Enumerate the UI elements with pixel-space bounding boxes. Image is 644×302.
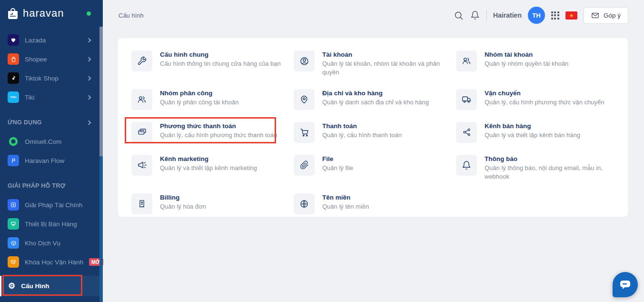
settings-item-description: Quản lý phân công tài khoản [160, 98, 239, 107]
settings-item-title: Thanh toán [322, 122, 402, 130]
section-label: ỨNG DỤNG [8, 119, 42, 126]
sidebar-nav: Lazada Shopee Tiktok Shop TIKI Tiki ỨNG … [0, 27, 103, 272]
feedback-button-label: Góp ý [604, 12, 621, 19]
payment-cards-icon [131, 122, 152, 143]
sidebar-item-kho-dich-vu[interactable]: Kho Dịch Vụ [0, 233, 103, 252]
settings-item-thanh-toan[interactable]: Thanh toánQuản lý, cấu hình thanh toán [294, 122, 452, 143]
settings-item-cau-hinh-chung[interactable]: Cấu hình chungCấu hình thông tin chung c… [131, 50, 290, 77]
sidebar-item-label: Tiki [25, 94, 35, 101]
sidebar-item-label: Haravan Flow [25, 157, 64, 164]
settings-item-description: Quản lý, cấu hình phương thức thanh toán [160, 131, 277, 140]
sidebar-section-support: GIẢI PHÁP HỖ TRỢ [0, 176, 103, 195]
users-icon [456, 50, 477, 71]
sidebar-item-label: Thiết Bị Bán Hàng [25, 221, 77, 228]
truck-icon [456, 89, 477, 110]
sidebar-item-khoa-hoc-van-hanh[interactable]: Khóa Học Vận Hành MỚI [0, 252, 103, 272]
sidebar-item-label: Omisell.Com [25, 138, 61, 145]
breadcrumb: Cấu hình [119, 12, 144, 19]
course-icon [8, 256, 19, 268]
receipt-icon [131, 193, 152, 214]
settings-item-description: Quản lý thông báo, nội dung email, mẫu i… [485, 164, 614, 181]
settings-item-description: Quản lý, cấu hình phương thức vận chuyển [485, 98, 604, 107]
sidebar-item-shopee[interactable]: Shopee [0, 50, 103, 69]
username[interactable]: Hairatien [493, 11, 522, 19]
sidebar-item-tiktok-shop[interactable]: Tiktok Shop [0, 69, 103, 88]
settings-item-title: Thông báo [485, 155, 614, 162]
settings-item-phuong-thuc-thanh-toan[interactable]: Phương thức thanh toánQuản lý, cấu hình … [131, 122, 290, 143]
settings-item-dia-chi-kho-hang[interactable]: Địa chỉ và kho hàngQuản lý danh sách địa… [294, 89, 452, 110]
gear-icon: ⚙ [8, 282, 15, 290]
settings-item-kenh-ban-hang[interactable]: Kênh bán hàngQuản lý và thiết lập kênh b… [456, 122, 614, 143]
vietnam-flag-icon[interactable]: ★ [565, 11, 577, 20]
map-pin-icon [294, 89, 315, 110]
sidebar-item-label: Tiktok Shop [25, 75, 59, 82]
empty-cell [456, 193, 614, 214]
topbar: Cấu hình Hairatien TH ★ Góp ý [103, 0, 644, 30]
sidebar-item-cau-hinh[interactable]: ⚙ Cấu Hình [0, 276, 103, 296]
tiki-icon: TIKI [8, 91, 19, 103]
sidebar-scrollbar-thumb[interactable] [99, 27, 103, 156]
settings-card: Cấu hình chungCấu hình thông tin chung c… [118, 38, 628, 217]
divider [486, 10, 487, 21]
user-circle-icon [294, 50, 315, 71]
pos-device-icon [8, 218, 19, 230]
shopping-bag-icon [6, 7, 20, 20]
sidebar-item-label: Khóa Học Vận Hành [25, 259, 83, 266]
settings-item-description: Quản lý hóa đơn [160, 202, 206, 211]
haravan-flow-icon [8, 155, 19, 166]
sidebar-item-tiki[interactable]: TIKI Tiki [0, 88, 103, 107]
settings-grid: Cấu hình chungCấu hình thông tin chung c… [131, 50, 614, 214]
settings-item-title: Tài khoản [322, 51, 452, 58]
settings-item-nhom-phan-cong[interactable]: Nhóm phân côngQuản lý phân công tài khoả… [131, 89, 290, 110]
settings-item-title: Cấu hình chung [160, 51, 281, 58]
settings-item-title: File [322, 155, 353, 162]
settings-item-title: Địa chỉ và kho hàng [322, 90, 429, 97]
settings-item-description: Cấu hình thông tin chung cửa hàng của bạ… [160, 60, 281, 68]
logo[interactable]: haravan [0, 0, 103, 27]
settings-item-ten-mien[interactable]: Tên miềnQuản lý tên miền [294, 193, 452, 214]
sidebar-item-label: Lazada [25, 37, 46, 44]
feedback-button[interactable]: Góp ý [584, 7, 628, 24]
shopee-icon [8, 53, 19, 65]
apps-grid-icon[interactable] [551, 11, 559, 20]
service-box-icon [8, 237, 19, 249]
settings-item-nhom-tai-khoan[interactable]: Nhóm tài khoảnQuản lý nhóm quyền tài kho… [456, 50, 614, 77]
settings-item-title: Phương thức thanh toán [160, 122, 277, 130]
settings-item-file[interactable]: FileQuản lý file [294, 155, 452, 181]
wrench-icon [131, 50, 152, 71]
sidebar-item-thiet-bi-ban-hang[interactable]: Thiết Bị Bán Hàng [0, 214, 103, 233]
logo-text: haravan [23, 7, 64, 20]
settings-item-title: Billing [160, 194, 206, 201]
chevron-right-icon [87, 38, 91, 42]
chevron-right-icon [87, 76, 91, 81]
sidebar-item-label: Cấu Hình [21, 282, 49, 290]
sidebar-item-omisell[interactable]: Omisell.Com [0, 132, 103, 151]
avatar[interactable]: TH [528, 7, 545, 24]
settings-item-description: Quản lý và thiết lập kênh bán hàng [485, 131, 580, 140]
settings-item-description: Quản lý tên miền [322, 202, 369, 211]
settings-item-title: Tên miền [322, 194, 369, 201]
envelope-icon [591, 11, 599, 20]
sidebar-item-giai-phap-tai-chinh[interactable]: Giải Pháp Tài Chính [0, 195, 103, 214]
settings-item-tai-khoan[interactable]: Tài khoảnQuản lý tài khoản, nhóm tài kho… [294, 50, 452, 77]
settings-item-title: Nhóm phân công [160, 90, 239, 97]
settings-item-title: Nhóm tài khoản [485, 51, 568, 58]
settings-item-kenh-marketing[interactable]: Kênh marketingQuản lý và thiết lập kênh … [131, 155, 290, 181]
settings-item-title: Kênh bán hàng [485, 122, 580, 130]
search-icon[interactable] [453, 10, 464, 20]
sidebar-item-lazada[interactable]: Lazada [0, 30, 103, 50]
bell-icon[interactable] [470, 10, 480, 20]
chat-widget-button[interactable] [613, 272, 638, 297]
users-icon [131, 89, 152, 110]
paperclip-icon [294, 155, 315, 176]
settings-item-thong-bao[interactable]: Thông báoQuản lý thông báo, nội dung ema… [456, 155, 614, 181]
tiktok-icon [8, 72, 19, 84]
settings-item-description: Quản lý tài khoản, nhóm tài khoản và phâ… [322, 60, 452, 77]
sidebar-section-apps[interactable]: ỨNG DỤNG [0, 113, 103, 132]
sidebar-item-label: Giải Pháp Tài Chính [25, 201, 82, 209]
status-dot [87, 11, 91, 16]
settings-item-van-chuyen[interactable]: Vận chuyểnQuản lý, cấu hình phương thức … [456, 89, 614, 110]
settings-item-description: Quản lý nhóm quyền tài khoản [485, 60, 568, 68]
settings-item-billing[interactable]: BillingQuản lý hóa đơn [131, 193, 290, 214]
sidebar-item-haravan-flow[interactable]: Haravan Flow [0, 151, 103, 170]
